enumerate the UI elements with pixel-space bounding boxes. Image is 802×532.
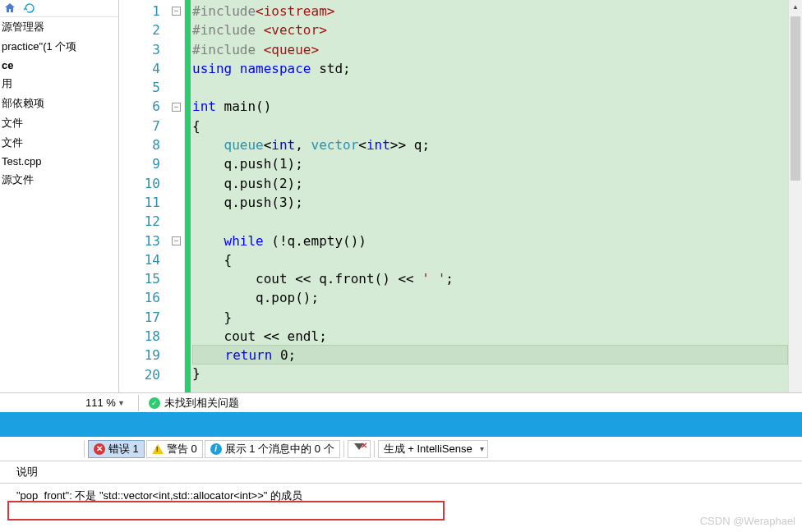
grid-header-description[interactable]: 说明: [0, 461, 802, 484]
code-content[interactable]: #include<iostream>#include <vector>#incl…: [191, 0, 788, 392]
panel-divider: [0, 412, 802, 437]
project-node[interactable]: practice"(1 个项: [0, 37, 118, 57]
chevron-down-icon: ▼: [118, 399, 125, 407]
messages-count: 展示 1 个消息中的 0 个: [225, 442, 334, 456]
scrollbar-thumb[interactable]: [790, 16, 800, 181]
build-source-dropdown[interactable]: 生成 + IntelliSense: [378, 440, 488, 458]
code-editor[interactable]: 1234567891011121314151617181920 −−− #inc…: [119, 0, 802, 392]
zoom-dropdown[interactable]: 111 % ▼: [82, 395, 128, 410]
change-indicator-bar: [185, 0, 191, 392]
refresh-icon[interactable]: [23, 2, 36, 15]
warning-icon: [152, 444, 164, 454]
messages-filter-button[interactable]: i 展示 1 个消息中的 0 个: [205, 440, 340, 458]
fold-toggle[interactable]: −: [172, 7, 181, 16]
error-row[interactable]: "pop_front": 不是 "std::vector<int,std::al…: [0, 484, 802, 508]
fold-gutter[interactable]: −−−: [168, 0, 185, 392]
sidebar-item[interactable]: 文件: [0, 113, 118, 133]
explorer-title: 源管理器: [0, 17, 118, 37]
sidebar-item[interactable]: 用: [0, 74, 118, 94]
editor-status-bar: 111 % ▼ ✓ 未找到相关问题: [0, 392, 802, 412]
checkmark-icon: ✓: [149, 397, 160, 409]
warnings-count: 警告 0: [167, 442, 197, 456]
fold-toggle[interactable]: −: [172, 103, 181, 112]
errors-filter-button[interactable]: ✕ 错误 1: [88, 440, 145, 458]
solution-explorer: 源管理器 practice"(1 个项 ce用部依赖项文件文件Test.cpp源…: [0, 0, 119, 392]
watermark: CSDN @Weraphael: [700, 515, 795, 527]
no-issues-status[interactable]: ✓ 未找到相关问题: [149, 396, 239, 410]
errors-count: 错误 1: [108, 442, 139, 456]
warnings-filter-button[interactable]: 警告 0: [146, 440, 203, 458]
line-number-gutter: 1234567891011121314151617181920: [119, 0, 168, 392]
sidebar-item[interactable]: 部依赖项: [0, 94, 118, 113]
home-icon[interactable]: [3, 2, 16, 15]
no-issues-label: 未找到相关问题: [164, 396, 239, 410]
scroll-up-arrow[interactable]: ▲: [789, 0, 802, 14]
build-dropdown-label: 生成 + IntelliSense: [384, 442, 472, 456]
clear-filter-button[interactable]: ✕: [348, 440, 371, 458]
zoom-value: 111 %: [85, 397, 116, 409]
vertical-scrollbar[interactable]: ▲: [788, 0, 802, 392]
fold-toggle[interactable]: −: [172, 236, 181, 245]
error-list-panel: ✕ 错误 1 警告 0 i 展示 1 个消息中的 0 个 ✕ 生成 + Inte…: [0, 437, 802, 508]
error-toolbar: ✕ 错误 1 警告 0 i 展示 1 个消息中的 0 个 ✕ 生成 + Inte…: [0, 437, 802, 461]
sidebar-item[interactable]: 源文件: [0, 170, 118, 190]
info-icon: i: [210, 443, 222, 455]
sidebar-item[interactable]: 文件: [0, 133, 118, 153]
error-icon: ✕: [94, 443, 105, 455]
sidebar-item[interactable]: ce: [0, 57, 118, 74]
sidebar-item[interactable]: Test.cpp: [0, 153, 118, 170]
filter-clear-icon: ✕: [353, 443, 365, 455]
